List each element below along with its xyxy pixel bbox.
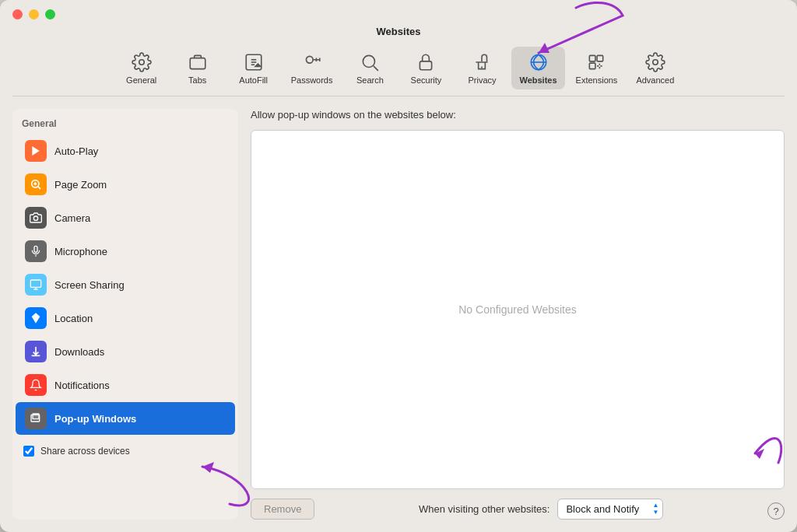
- sidebar-item-autoplay-label: Auto-Play: [54, 145, 98, 157]
- tab-advanced[interactable]: Advanced: [628, 47, 682, 89]
- sidebar-item-downloads[interactable]: Downloads: [16, 335, 235, 368]
- sidebar-item-microphone-label: Microphone: [54, 246, 107, 257]
- svg-point-24: [33, 216, 37, 220]
- tab-autofill-label: AutoFill: [239, 75, 268, 85]
- tab-websites[interactable]: Websites: [511, 47, 564, 89]
- location-icon: [25, 307, 47, 329]
- block-notify-select-wrapper: Block and Notify Block Allow ▲ ▼: [557, 499, 663, 520]
- svg-point-9: [306, 56, 313, 63]
- when-visiting-row: When visiting other websites: Block and …: [419, 499, 663, 520]
- svg-rect-16: [598, 55, 604, 61]
- privacy-icon: [471, 51, 493, 73]
- passwords-icon: [301, 51, 323, 73]
- tab-tabs-label: Tabs: [188, 75, 206, 85]
- tab-search-label: Search: [356, 75, 384, 85]
- sidebar-item-screensharing-label: Screen Sharing: [54, 279, 125, 291]
- tab-general[interactable]: General: [115, 47, 168, 89]
- pagezoom-icon: [25, 173, 47, 195]
- tab-privacy-label: Privacy: [468, 75, 496, 85]
- minimize-button[interactable]: [29, 9, 39, 19]
- sidebar-item-camera[interactable]: Camera: [16, 201, 235, 234]
- tab-security[interactable]: Security: [399, 47, 452, 89]
- panel-description: Allow pop-up windows on the websites bel…: [251, 109, 785, 121]
- sidebar: General Auto-Play Page Zoom Camera: [12, 109, 238, 520]
- tab-autofill[interactable]: AutoFill: [227, 47, 280, 89]
- svg-marker-19: [32, 146, 39, 156]
- microphone-icon: [25, 240, 47, 262]
- help-button[interactable]: ?: [767, 502, 785, 520]
- share-across-devices-row: Share across devices: [12, 438, 238, 464]
- sidebar-item-autoplay[interactable]: Auto-Play: [16, 135, 235, 167]
- sidebar-item-popupwindows[interactable]: Pop-up Windows: [16, 402, 235, 435]
- websites-list: No Configured Websites: [251, 130, 785, 489]
- tab-websites-label: Websites: [519, 75, 556, 85]
- sidebar-item-downloads-label: Downloads: [54, 346, 104, 358]
- tab-advanced-label: Advanced: [636, 75, 674, 85]
- sidebar-section-general: General: [12, 115, 238, 134]
- svg-rect-27: [30, 280, 40, 287]
- sidebar-item-microphone[interactable]: Microphone: [16, 235, 235, 268]
- main-content: General Auto-Play Page Zoom Camera: [0, 96, 797, 532]
- window-title: Websites: [377, 26, 421, 37]
- tab-passwords-label: Passwords: [291, 75, 333, 85]
- sidebar-item-pagezoom[interactable]: Page Zoom: [16, 168, 235, 201]
- svg-point-3: [139, 60, 144, 65]
- svg-line-11: [374, 66, 378, 71]
- tab-extensions-label: Extensions: [576, 75, 618, 85]
- svg-point-18: [653, 60, 658, 65]
- sidebar-item-popupwindows-label: Pop-up Windows: [54, 413, 136, 425]
- main-window: Websites General Tabs: [0, 0, 797, 532]
- right-panel: Allow pop-up windows on the websites bel…: [251, 109, 785, 520]
- sidebar-item-pagezoom-label: Page Zoom: [54, 179, 107, 191]
- security-icon: [415, 51, 437, 73]
- bottom-row: Remove When visiting other websites: Blo…: [251, 499, 785, 520]
- downloads-icon: [25, 341, 47, 362]
- close-button[interactable]: [12, 9, 23, 19]
- notifications-icon: [25, 374, 47, 396]
- websites-icon: [528, 51, 549, 73]
- svg-line-21: [38, 187, 40, 189]
- svg-point-10: [363, 55, 375, 67]
- block-notify-select[interactable]: Block and Notify Block Allow: [557, 499, 663, 520]
- tab-search[interactable]: Search: [343, 47, 396, 89]
- when-visiting-label: When visiting other websites:: [419, 503, 549, 515]
- tab-security-label: Security: [411, 75, 442, 85]
- window-controls: [12, 9, 55, 19]
- tab-privacy[interactable]: Privacy: [455, 47, 508, 89]
- extensions-icon: [585, 51, 607, 73]
- svg-rect-17: [590, 63, 596, 69]
- advanced-icon: [644, 51, 666, 73]
- no-configured-text: No Configured Websites: [458, 303, 576, 316]
- remove-button[interactable]: Remove: [251, 499, 314, 520]
- autofill-icon: [243, 51, 265, 73]
- general-icon: [131, 51, 153, 73]
- popupwindows-icon: [25, 408, 47, 429]
- sidebar-item-notifications-label: Notifications: [54, 380, 110, 391]
- screensharing-icon: [25, 274, 47, 296]
- search-icon: [359, 51, 381, 73]
- svg-rect-31: [33, 414, 39, 419]
- toolbar: General Tabs AutoFill: [0, 44, 797, 96]
- sidebar-item-location[interactable]: Location: [16, 302, 235, 334]
- tab-tabs[interactable]: Tabs: [171, 47, 224, 89]
- tabs-icon: [187, 51, 209, 73]
- sidebar-item-notifications[interactable]: Notifications: [16, 369, 235, 401]
- autoplay-icon: [25, 140, 47, 162]
- sidebar-item-location-label: Location: [54, 313, 93, 324]
- maximize-button[interactable]: [45, 9, 55, 19]
- tab-passwords[interactable]: Passwords: [283, 47, 341, 89]
- share-across-devices-checkbox[interactable]: [23, 446, 34, 457]
- tab-extensions[interactable]: Extensions: [568, 47, 626, 89]
- tab-general-label: General: [126, 75, 156, 85]
- sidebar-item-screensharing[interactable]: Screen Sharing: [16, 268, 235, 301]
- camera-icon: [25, 207, 47, 229]
- svg-rect-4: [190, 58, 205, 69]
- sidebar-item-camera-label: Camera: [54, 212, 90, 224]
- svg-rect-25: [34, 246, 37, 252]
- share-across-devices-label: Share across devices: [40, 446, 130, 457]
- title-bar: Websites: [0, 0, 797, 44]
- svg-rect-15: [590, 55, 596, 61]
- svg-rect-12: [420, 61, 432, 70]
